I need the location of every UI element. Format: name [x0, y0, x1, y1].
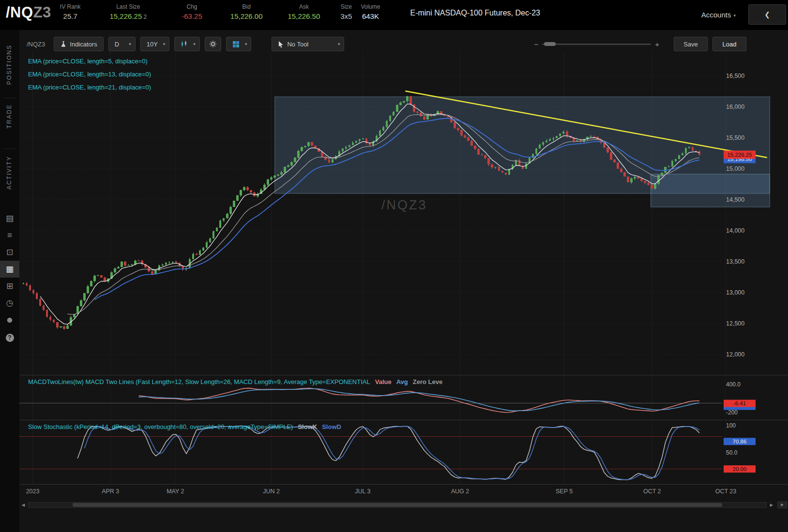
chart-type-dropdown[interactable]: ▾: [174, 37, 200, 51]
x-axis-label: OCT 2: [643, 485, 661, 498]
chevron-down-icon: ▾: [245, 42, 247, 46]
load-button[interactable]: Load: [712, 37, 746, 51]
zoom-slider-thumb[interactable]: [544, 42, 556, 46]
zoom-out-button[interactable]: −: [530, 40, 542, 48]
accounts-label: Accounts: [701, 11, 731, 19]
ema5-label[interactable]: EMA (price=CLOSE, length=5, displace=0): [28, 55, 151, 68]
contract-description: E-mini NASDAQ-100 Futures, Dec-23: [410, 9, 540, 17]
svg-text:50.0: 50.0: [726, 449, 738, 456]
sidebar-tab-positions[interactable]: POSITIONS: [6, 44, 13, 85]
x-axis-label: OCT 23: [715, 485, 737, 498]
macd-panel[interactable]: 400.0-200-6.41 MACDTwoLines(tw) MACD Two…: [19, 375, 788, 420]
quote-field-size: Size3x5: [340, 3, 352, 20]
timeframe-dropdown[interactable]: D ▾: [108, 37, 136, 51]
chart-symbol-label: /NQZ3: [27, 41, 45, 48]
flask-icon: [60, 41, 67, 47]
dashboard-icon[interactable]: ⊞: [0, 278, 19, 295]
scroll-left-button[interactable]: ◀: [19, 502, 27, 507]
symbol: /NQZ3: [6, 4, 51, 21]
stochastic-panel[interactable]: 10050.070.8620.00 Slow Stochastic (kPeri…: [19, 420, 788, 484]
x-axis-label: JUN 2: [263, 485, 280, 498]
quote-header: /NQZ3 IV Rank25.7Last Size15,226.25 2Chg…: [0, 0, 788, 30]
svg-text:15,226.25: 15,226.25: [727, 152, 752, 158]
time-axis: 2023APR 3MAY 2JUN 2JUL 3AUG 2SEP 5OCT 2O…: [19, 484, 788, 498]
svg-text:100: 100: [726, 422, 736, 429]
indicators-label: Indicators: [70, 41, 97, 48]
scrollbar-track[interactable]: [28, 502, 767, 508]
quote-field-ask: Ask15,226.50: [288, 3, 320, 20]
chevron-down-icon: ▾: [733, 13, 736, 18]
legend-item: SlowD: [322, 423, 341, 430]
scroll-corner-button[interactable]: ▶: [777, 502, 787, 508]
macd-title[interactable]: MACDTwoLines(tw) MACD Two Lines (Fast Le…: [28, 378, 370, 385]
legend-item: SlowK: [298, 423, 317, 430]
symbol-month: Z3: [33, 4, 51, 21]
ema21-label[interactable]: EMA (price=CLOSE, length=21, displace=0): [28, 81, 151, 94]
legend-item: Value: [375, 378, 392, 385]
quote-field-iv-rank: IV Rank25.7: [60, 3, 81, 20]
chart-toolbar: /NQZ3 Indicators D ▾ 10Y ▾ ▾: [19, 36, 788, 52]
divider: [3, 98, 16, 98]
chart-layout-dropdown[interactable]: ▾: [226, 37, 252, 51]
sidebar-tab-trade[interactable]: TRADE: [6, 104, 13, 129]
price-chart[interactable]: /NQZ316,50016,00015,50015,00014,50014,00…: [19, 52, 788, 375]
trading-platform: /NQZ3 IV Rank25.7Last Size15,226.25 2Chg…: [0, 0, 788, 532]
svg-text:-200: -200: [726, 409, 738, 416]
accounts-dropdown[interactable]: Accounts▾: [701, 11, 736, 19]
legend-item: Avg: [396, 378, 408, 385]
quote-field-last-size: Last Size15,226.25 2: [110, 3, 147, 20]
chevron-down-icon: ▾: [193, 42, 196, 46]
collapse-panel-button[interactable]: ❮: [748, 4, 786, 25]
svg-text:12,500: 12,500: [726, 320, 744, 327]
x-axis-label: JUL 3: [355, 485, 370, 498]
save-button[interactable]: Save: [674, 37, 708, 51]
pattern-icon[interactable]: ⊡: [0, 244, 19, 261]
history-icon[interactable]: ◷: [0, 295, 19, 311]
horizontal-scrollbar[interactable]: ◀ ▶ ▶: [19, 501, 788, 509]
svg-text:16,500: 16,500: [726, 73, 744, 79]
indicators-button[interactable]: Indicators: [54, 37, 103, 51]
tool-value: No Tool: [287, 41, 332, 48]
range-value: 10Y: [147, 41, 158, 48]
stoch-title[interactable]: Slow Stochastic (kPeriod=14, dPeriod=3, …: [28, 423, 293, 430]
x-axis-label: APR 3: [102, 485, 119, 498]
x-axis-label: 2023: [26, 485, 40, 498]
analyze-icon[interactable]: ▤: [0, 210, 19, 227]
svg-text:16,000: 16,000: [726, 103, 744, 110]
scrollbar-thumb[interactable]: [73, 503, 722, 507]
svg-text:13,500: 13,500: [726, 258, 744, 265]
zoom-in-button[interactable]: +: [651, 40, 663, 48]
chevron-down-icon: ▾: [338, 42, 340, 46]
stoch-study-label: Slow Stochastic (kPeriod=14, dPeriod=3, …: [28, 423, 341, 430]
study-labels: EMA (price=CLOSE, length=5, displace=0) …: [28, 55, 151, 94]
quote-field-volume: Volume643K: [361, 3, 380, 20]
ema13-label[interactable]: EMA (price=CLOSE, length=13, displace=0): [28, 68, 151, 81]
quote-fields: IV Rank25.7Last Size15,226.25 2Chg-63.25…: [60, 3, 403, 20]
zoom-slider[interactable]: [542, 44, 651, 45]
x-axis-label: SEP 5: [556, 485, 573, 498]
chart-area: /NQZ3 Indicators D ▾ 10Y ▾ ▾: [19, 30, 788, 532]
drawing-tool-dropdown[interactable]: No Tool ▾: [272, 37, 344, 51]
svg-text:15,500: 15,500: [726, 134, 744, 141]
candlestick-icon: [181, 41, 188, 47]
range-dropdown[interactable]: 10Y ▾: [140, 37, 170, 51]
divider: [3, 148, 16, 149]
scroll-right-button[interactable]: ▶: [768, 502, 775, 507]
grid-layout-icon: [232, 41, 240, 48]
cursor-icon: [278, 41, 284, 48]
help-icon[interactable]: ?: [0, 328, 19, 345]
svg-text:400.0: 400.0: [726, 381, 741, 388]
chart-settings-button[interactable]: [205, 37, 221, 51]
price-panel[interactable]: /NQZ316,50016,00015,50015,00014,50014,00…: [19, 52, 788, 375]
chevron-down-icon: ▾: [129, 42, 131, 46]
chart-grid-icon[interactable]: ▦: [0, 261, 19, 278]
community-icon[interactable]: ☻: [0, 311, 19, 328]
x-axis-label: AUG 2: [451, 485, 470, 498]
svg-text:14,000: 14,000: [726, 227, 744, 234]
svg-text:15,000: 15,000: [726, 165, 744, 172]
chevron-down-icon: ▾: [163, 42, 166, 46]
svg-text:20.00: 20.00: [733, 466, 747, 472]
sidebar-tab-activity[interactable]: ACTIVITY: [6, 156, 13, 190]
svg-text:13,000: 13,000: [726, 289, 744, 296]
level2-icon[interactable]: ≡: [0, 227, 19, 244]
